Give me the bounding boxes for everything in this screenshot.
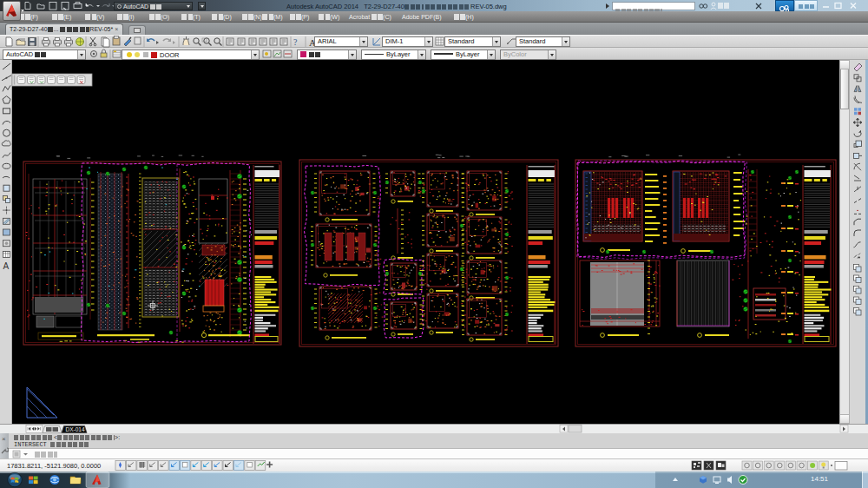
svg-text:DX-014: DX-014 (66, 426, 85, 432)
